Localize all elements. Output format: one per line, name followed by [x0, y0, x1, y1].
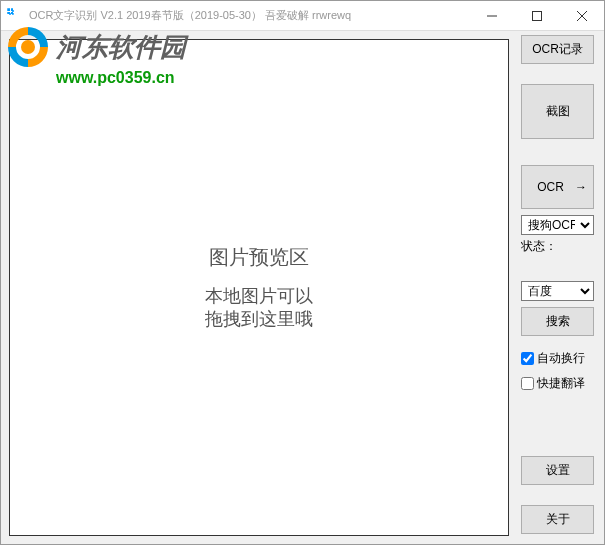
- settings-button[interactable]: 设置: [521, 456, 594, 485]
- search-engine-select[interactable]: 百度: [521, 281, 594, 301]
- app-window: OCR文字识别 V2.1 2019春节版（2019-05-30） 吾爱破解 rr…: [0, 0, 605, 545]
- maximize-button[interactable]: [514, 1, 559, 31]
- preview-hint: 本地图片可以 拖拽到这里哦: [205, 285, 313, 332]
- search-button[interactable]: 搜索: [521, 307, 594, 336]
- arrow-right-icon: →: [575, 180, 589, 194]
- ocr-button[interactable]: OCR →: [521, 165, 594, 209]
- sidebar: OCR记录 截图 OCR → 搜狗OCR 状态： 百度 搜索 自动换行: [517, 31, 602, 544]
- auto-wrap-checkbox[interactable]: [521, 352, 534, 365]
- auto-wrap-checkbox-row: 自动换行: [521, 350, 594, 367]
- quick-translate-checkbox[interactable]: [521, 377, 534, 390]
- status-label: 状态：: [521, 238, 594, 255]
- svg-rect-1: [8, 9, 10, 11]
- image-preview-area[interactable]: 图片预览区 本地图片可以 拖拽到这里哦: [9, 39, 509, 536]
- quick-translate-checkbox-row: 快捷翻译: [521, 375, 594, 392]
- svg-rect-2: [11, 9, 13, 11]
- app-icon: [7, 8, 23, 24]
- titlebar: OCR文字识别 V2.1 2019春节版（2019-05-30） 吾爱破解 rr…: [1, 1, 604, 31]
- svg-rect-6: [532, 11, 541, 20]
- minimize-button[interactable]: [469, 1, 514, 31]
- close-button[interactable]: [559, 1, 604, 31]
- content-area: 河东软件园 www.pc0359.cn 图片预览区 本地图片可以 拖拽到这里哦 …: [1, 31, 604, 544]
- svg-rect-4: [11, 12, 13, 14]
- auto-wrap-label[interactable]: 自动换行: [537, 350, 585, 367]
- ocr-record-button[interactable]: OCR记录: [521, 35, 594, 64]
- about-button[interactable]: 关于: [521, 505, 594, 534]
- preview-title: 图片预览区: [209, 244, 309, 271]
- svg-rect-3: [8, 12, 10, 14]
- window-controls: [469, 1, 604, 31]
- screenshot-button[interactable]: 截图: [521, 84, 594, 139]
- window-title: OCR文字识别 V2.1 2019春节版（2019-05-30） 吾爱破解 rr…: [29, 8, 469, 23]
- quick-translate-label[interactable]: 快捷翻译: [537, 375, 585, 392]
- ocr-engine-select[interactable]: 搜狗OCR: [521, 215, 594, 235]
- ocr-button-label: OCR: [526, 180, 575, 194]
